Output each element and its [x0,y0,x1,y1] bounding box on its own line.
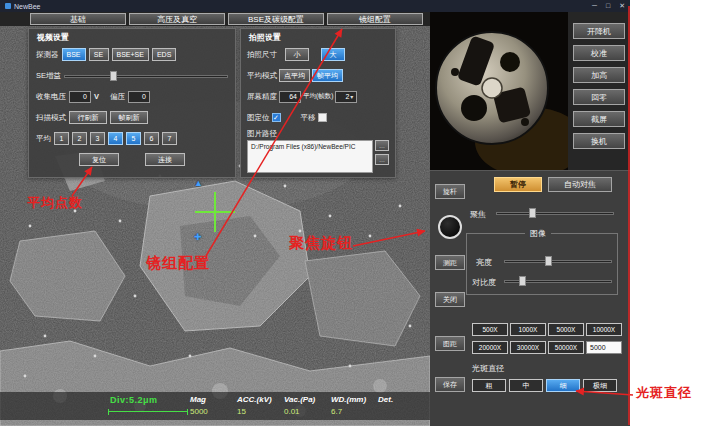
tab-bse-config[interactable]: BSE及碳级配置 [228,13,324,25]
status-val-det [378,407,425,416]
average-5-button[interactable]: 5 [126,132,141,145]
contrast-label: 对比度 [472,277,496,288]
status-val-mag: 5000 [190,407,237,416]
photo-settings-panel: 拍照设置 拍照尺寸 小 大 平均模式 点平均 帧平均 屏幕精度 64 平均(帧数… [240,28,396,178]
tab-bar: 基础 高压及真空 BSE及碳级配置 镜组配置 [0,12,430,26]
brightness-label: 亮度 [476,257,492,268]
mag-5000x-button[interactable]: 5000X [548,323,584,336]
close-tool-button[interactable]: 关闭 [435,292,465,307]
joystick-button[interactable]: 旋杆 [435,184,465,199]
slider-track [64,75,228,78]
contrast-slider[interactable] [504,275,612,287]
measure-distance-button[interactable]: 测距 [435,255,465,270]
right-control-panel: 旋杆 测距 关闭 图距 保存 暂停 自动对焦 聚焦 图像 亮度 对比度 [430,170,630,426]
slider-thumb[interactable] [545,256,552,266]
scale-label: Div:5.2μm [110,395,158,405]
sem-image-view[interactable]: ▲ ✚ 视频设置 探测器 BSE SE BSE+SE EDS SE增益 [0,26,430,426]
slider-thumb[interactable] [519,276,526,286]
average-label: 平均 [36,134,51,144]
status-col-det: Det. [378,395,425,404]
pan-checkbox[interactable] [318,113,327,122]
average-2-button[interactable]: 2 [72,132,87,145]
spot-medium-button[interactable]: 中 [509,379,543,392]
detector-eds-button[interactable]: EDS [152,48,176,61]
mag-500x-button[interactable]: 500X [472,323,508,336]
average-6-button[interactable]: 6 [144,132,159,145]
average-4-button[interactable]: 4 [108,132,123,145]
spot-fine-button[interactable]: 细 [546,379,580,392]
focus-slider[interactable] [496,207,614,219]
mag-10000x-button[interactable]: 10000X [586,323,622,336]
collect-voltage-label: 收集电压 [36,92,66,102]
minimize-button[interactable]: ─ [592,0,597,12]
collect-voltage-input[interactable]: 0 [69,91,91,103]
video-settings-panel: 视频设置 探测器 BSE SE BSE+SE EDS SE增益 收集电压 [28,28,236,178]
spot-extra-fine-button[interactable]: 极细 [583,379,617,392]
path-label: 图片路径 [247,129,277,139]
average-1-button[interactable]: 1 [54,132,69,145]
bias-label: 偏压 [110,92,125,102]
zero-return-button[interactable]: 回零 [573,89,625,105]
calibrate-button[interactable]: 校准 [573,45,625,61]
map-distance-button[interactable]: 图距 [435,336,465,351]
window-title: NewBee [14,3,40,10]
connect-button[interactable]: 连接 [145,153,185,166]
focus-knob[interactable] [438,215,462,239]
video-actions-row: 复位 连接 [29,149,235,170]
frame-count-select[interactable]: 2 ▾ [335,91,357,103]
path-row: D:/Program Files (x86)/NewBee/PIC … … [241,140,395,173]
spot-coarse-button[interactable]: 粗 [472,379,506,392]
slider-thumb[interactable] [529,208,536,218]
detector-se-button[interactable]: SE [89,48,109,61]
close-button[interactable]: ✕ [619,0,625,12]
status-col-mag: Mag [190,395,237,404]
bias-input[interactable]: 0 [128,91,150,103]
mag-20000x-button[interactable]: 20000X [472,341,508,354]
tab-basic[interactable]: 基础 [30,13,126,25]
raise-button[interactable]: 加高 [573,67,625,83]
scale-bar [108,409,188,415]
se-gain-slider[interactable] [64,70,228,82]
chevron-down-icon: ▾ [350,93,353,100]
pause-button[interactable]: 暂停 [494,177,542,192]
screenshot-button[interactable]: 截屏 [573,111,625,127]
line-refresh-button[interactable]: 行刷新 [69,111,107,124]
point-average-button[interactable]: 点平均 [279,69,310,82]
precision-input[interactable]: 64 [279,91,301,103]
brightness-slider[interactable] [504,255,612,267]
detector-row: 探测器 BSE SE BSE+SE EDS [29,44,235,65]
tab-hv-vacuum[interactable]: 高压及真空 [129,13,225,25]
autofocus-button[interactable]: 自动对焦 [548,177,612,192]
switch-machine-button[interactable]: 换机 [573,133,625,149]
status-val-vac: 0.01 [284,407,331,416]
average-7-button[interactable]: 7 [162,132,177,145]
pan-checkbox-label: 平移 [301,113,316,123]
mag-1000x-button[interactable]: 1000X [510,323,546,336]
reset-button[interactable]: 复位 [79,153,119,166]
image-path-input[interactable]: D:/Program Files (x86)/NewBee/PIC [247,140,373,173]
scan-mode-row: 扫描模式 行刷新 帧刷新 [29,107,235,128]
tab-lens-config[interactable]: 镜组配置 [327,13,423,25]
spot-diameter-label: 光斑直径 [472,363,504,374]
lift-button[interactable]: 开降机 [573,23,625,39]
size-large-button[interactable]: 大 [321,48,345,61]
mag-50000x-button[interactable]: 50000X [548,341,584,354]
position-checkbox-label: 图定位 [247,113,270,123]
position-checkbox[interactable]: ✓ [272,113,281,122]
titlebar: NewBee ─ □ ✕ [0,0,630,12]
maximize-button[interactable]: □ [606,0,610,12]
open-path-button[interactable]: … [375,154,389,165]
camera-photo [430,12,568,170]
browse-path-button[interactable]: … [375,140,389,151]
app-icon [5,3,11,9]
save-button[interactable]: 保存 [435,377,465,392]
detector-bse-button[interactable]: BSE [62,48,86,61]
slider-thumb[interactable] [110,71,117,81]
mag-30000x-button[interactable]: 30000X [510,341,546,354]
average-3-button[interactable]: 3 [90,132,105,145]
mag-value-input[interactable]: 5000 [586,341,622,354]
detector-bse-se-button[interactable]: BSE+SE [112,48,149,61]
size-small-button[interactable]: 小 [285,48,309,61]
frame-average-button[interactable]: 帧平均 [312,69,343,82]
frame-refresh-button[interactable]: 帧刷新 [110,111,148,124]
